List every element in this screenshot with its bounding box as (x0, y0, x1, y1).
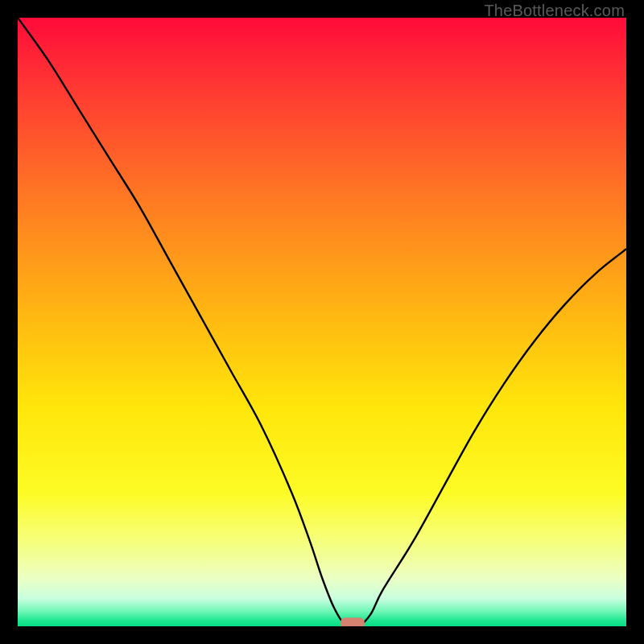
chart-background-gradient (18, 18, 626, 626)
optimal-point-marker (341, 617, 365, 626)
chart-frame (18, 18, 626, 626)
bottleneck-chart (18, 18, 626, 626)
